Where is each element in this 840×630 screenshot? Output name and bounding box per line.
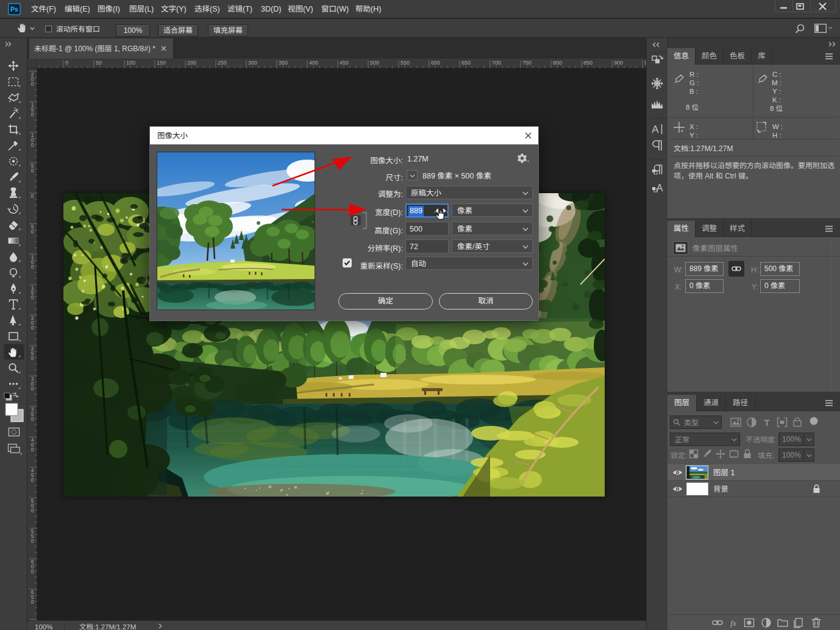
svg-text:Ps: Ps — [10, 5, 18, 13]
svg-text:700: 700 — [492, 60, 501, 66]
svg-text:50: 50 — [96, 60, 102, 66]
svg-text:0: 0 — [31, 325, 34, 331]
svg-text:0: 0 — [31, 599, 34, 605]
svg-text:750: 750 — [522, 60, 532, 66]
svg-text:0: 0 — [31, 508, 34, 514]
svg-text:400: 400 — [309, 60, 318, 66]
svg-text:550: 550 — [400, 60, 410, 66]
svg-text:0: 0 — [31, 538, 34, 544]
svg-text:fx: fx — [730, 618, 736, 628]
svg-text:0: 0 — [31, 386, 34, 392]
svg-text:0: 0 — [31, 111, 34, 118]
svg-text:850: 850 — [583, 60, 593, 66]
svg-text:0: 0 — [31, 355, 34, 361]
svg-text:200: 200 — [187, 60, 196, 66]
svg-text:900: 900 — [614, 60, 623, 66]
svg-text:600: 600 — [431, 60, 440, 66]
svg-text:A: A — [652, 124, 659, 135]
svg-text:100: 100 — [126, 60, 135, 66]
svg-text:0: 0 — [31, 568, 34, 575]
svg-text:0: 0 — [31, 142, 34, 148]
svg-text:350: 350 — [279, 60, 288, 66]
svg-text:150: 150 — [157, 60, 166, 66]
svg-text:0: 0 — [31, 168, 34, 174]
svg-text:T: T — [764, 417, 769, 428]
svg-text:0: 0 — [31, 294, 34, 300]
svg-text:500: 500 — [370, 60, 379, 66]
svg-text:0: 0 — [31, 416, 34, 422]
svg-text:0: 0 — [31, 477, 34, 483]
svg-text:0: 0 — [31, 193, 34, 199]
svg-text:250: 250 — [218, 60, 227, 66]
svg-text:0: 0 — [31, 447, 34, 453]
svg-text:0: 0 — [65, 60, 68, 66]
svg-text:650: 650 — [461, 60, 471, 66]
svg-text:800: 800 — [553, 60, 562, 66]
svg-text:0: 0 — [31, 264, 34, 270]
svg-text:0: 0 — [31, 81, 34, 87]
svg-text:0: 0 — [31, 228, 34, 235]
svg-text:300: 300 — [248, 60, 257, 66]
svg-text:450: 450 — [340, 60, 349, 66]
